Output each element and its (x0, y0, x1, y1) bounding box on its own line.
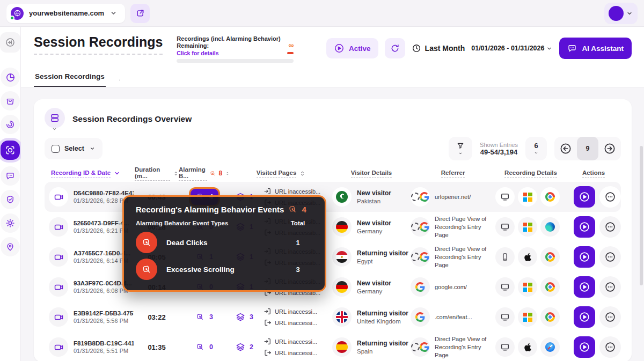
tab-options-kebab-icon[interactable] (115, 78, 124, 87)
ai-assistant-button[interactable]: AI Assistant (559, 38, 632, 59)
account-menu[interactable] (604, 3, 638, 24)
table-row[interactable]: E3B9142F-D5B3-4757... 01/31/2026, 5:56 P… (45, 302, 621, 332)
usage-marker (287, 52, 294, 54)
play-recording-button[interactable] (574, 216, 595, 238)
page-header: Session Recordings Recordings (incl. Ala… (21, 27, 644, 66)
page-scrollbar[interactable] (640, 146, 643, 285)
shield-check-icon (5, 195, 15, 204)
chevron-down-icon (546, 45, 553, 52)
sidebar-item-dashboard[interactable] (1, 68, 20, 87)
alarming-behavior-count[interactable]: 0 (191, 339, 218, 355)
video-camera-icon (49, 217, 68, 237)
arrow-right-circle-icon (603, 142, 616, 155)
open-website-button[interactable] (130, 4, 150, 23)
play-recording-button[interactable] (574, 306, 595, 328)
sort-icon[interactable] (299, 170, 306, 177)
row-more-options-button[interactable] (599, 336, 621, 358)
column-alarming-behavior[interactable]: Alarming B... 8 (179, 166, 230, 181)
map-pin-icon (5, 242, 15, 252)
device-type-icon (495, 217, 515, 237)
visitor-country: Germany (357, 288, 391, 294)
exit-url[interactable]: URL inaccessi... (275, 320, 317, 326)
column-duration[interactable]: Duration (m... (135, 166, 179, 181)
play-circle-icon (579, 191, 590, 203)
visitor-type: Returning visitor (357, 310, 408, 317)
duration-value: 01:35 (135, 343, 179, 351)
select-all-control[interactable]: Select (45, 138, 103, 159)
monitor-icon (500, 192, 510, 202)
alarming-behavior-icon (196, 343, 204, 351)
sort-icon[interactable] (225, 170, 230, 177)
entry-url[interactable]: URL inaccessi... (275, 308, 317, 315)
row-more-options-button[interactable] (599, 306, 621, 328)
history-icon (5, 120, 15, 129)
referrer-icon (411, 217, 430, 237)
column-actions: Actions (566, 170, 621, 178)
sidebar-item-settings[interactable] (1, 213, 20, 233)
column-referrer: Referrer (411, 170, 495, 178)
play-circle-icon (579, 311, 590, 323)
select-checkbox[interactable] (52, 145, 60, 153)
device-type-icon (495, 187, 515, 207)
table-row[interactable]: F819B8DB-C19C-4414... 01/31/2026, 5:51 P… (45, 332, 621, 361)
overview-server-icon[interactable] (45, 108, 65, 128)
card-title: Session Recordings Overview (72, 114, 192, 124)
row-more-options-button[interactable] (599, 276, 621, 298)
alarming-total-count: 8 (219, 170, 223, 177)
row-more-options-button[interactable] (599, 246, 621, 268)
column-recording-id[interactable]: Recording ID & Date (45, 170, 135, 178)
chevron-down-icon (458, 151, 463, 156)
chevron-down-icon (533, 150, 539, 156)
play-recording-button[interactable] (574, 336, 595, 358)
google-icon (420, 252, 429, 262)
page-size-selector[interactable]: 6 (525, 137, 547, 160)
tooltip-event-row: Excessive Scrolling 3 (136, 259, 313, 280)
click-for-details-link[interactable]: Click for details (177, 50, 218, 56)
google-icon (415, 282, 425, 292)
entry-url[interactable]: URL inaccessi... (275, 338, 317, 345)
row-more-options-button[interactable] (599, 186, 621, 208)
event-name: Excessive Scrolling (166, 266, 235, 274)
shown-entries-label: Shown Entries (480, 142, 518, 148)
entry-url-icon (264, 307, 272, 315)
alarming-behavior-count[interactable]: 3 (191, 309, 218, 325)
online-status-dot (10, 16, 14, 20)
date-range-selector[interactable]: 01/01/2026 - 01/31/2026 (471, 45, 553, 52)
play-recording-button[interactable] (574, 276, 595, 298)
remaining-label: Recordings (incl. Alarming Behavior) Rem… (177, 35, 285, 49)
entry-url[interactable]: URL inaccessib... (275, 188, 320, 195)
play-recording-button[interactable] (574, 186, 595, 208)
google-icon (420, 192, 429, 202)
period-selector[interactable]: Last Month (412, 43, 465, 53)
sidebar-item-locations[interactable] (1, 237, 20, 256)
sidebar-item-history[interactable] (1, 115, 20, 134)
next-page-button[interactable] (603, 142, 616, 155)
collapse-icon (5, 37, 16, 48)
event-total: 1 (283, 239, 313, 247)
referrer-text: Direct Page View of Recording's Entry Pa… (435, 215, 491, 239)
usage-progress-bar (177, 59, 294, 63)
recording-id: E3B9142F-D5B3-4757... (74, 310, 134, 316)
page-title: Session Recordings (34, 34, 163, 55)
active-filter-button[interactable]: Active (326, 38, 378, 58)
page-size-value: 6 (534, 142, 538, 150)
windows-icon (523, 223, 532, 232)
refresh-button[interactable] (385, 38, 405, 58)
sort-icon[interactable] (173, 170, 179, 177)
sidebar-item-feedback[interactable] (1, 166, 20, 186)
play-recording-button[interactable] (574, 246, 595, 268)
sidebar-item-ecommerce[interactable] (1, 91, 20, 110)
chat-icon (567, 43, 577, 53)
column-visited-pages[interactable]: Visited Pages (230, 170, 332, 178)
browser-icon (540, 337, 560, 357)
previous-page-button[interactable] (559, 142, 572, 155)
alarming-behavior-icon (210, 170, 216, 178)
sidebar-item-security[interactable] (1, 190, 20, 209)
filter-button[interactable] (449, 137, 472, 160)
row-more-options-button[interactable] (599, 216, 621, 238)
tab-session-recordings[interactable]: Session Recordings (34, 68, 106, 87)
sidebar-item-session-recordings[interactable] (1, 141, 20, 160)
website-selector[interactable]: yourwebsitename.com (6, 4, 125, 23)
exit-url[interactable]: URL inaccessi... (275, 350, 317, 356)
sidebar-collapse-button[interactable] (0, 32, 20, 53)
